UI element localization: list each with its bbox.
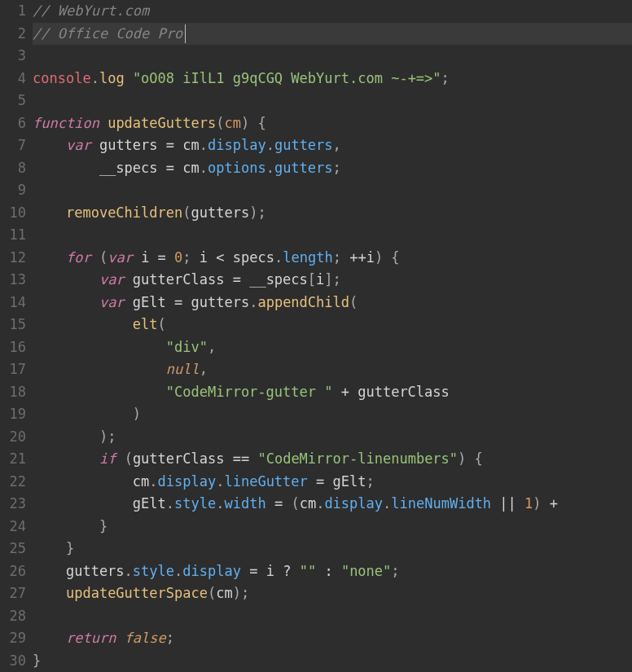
code-line[interactable]: ); <box>33 426 632 449</box>
line-number: 24 <box>0 516 26 538</box>
code-line[interactable]: function updateGutters(cm) { <box>33 112 632 135</box>
code-line[interactable]: if (gutterClass == "CodeMirror-linenumbe… <box>33 448 632 471</box>
line-number: 13 <box>0 269 26 292</box>
line-number: 21 <box>0 448 26 471</box>
line-number: 28 <box>0 605 26 628</box>
line-number: 6 <box>0 112 26 135</box>
code-line[interactable]: var gutterClass = __specs[i]; <box>33 269 632 292</box>
code-line[interactable]: __specs = cm.options.gutters; <box>33 157 632 180</box>
line-number: 27 <box>0 582 26 605</box>
line-number: 12 <box>0 247 26 270</box>
code-line[interactable]: "CodeMirror-gutter " + gutterClass <box>33 381 632 404</box>
code-line[interactable]: elt( <box>33 314 632 336</box>
code-line[interactable]: updateGutterSpace(cm); <box>33 582 632 605</box>
line-number: 26 <box>0 560 26 583</box>
line-number: 20 <box>0 426 26 449</box>
line-number: 18 <box>0 381 26 404</box>
line-number: 15 <box>0 314 26 336</box>
line-number: 1 <box>0 0 26 23</box>
line-number: 4 <box>0 68 26 90</box>
line-number: 10 <box>0 202 26 225</box>
code-line[interactable]: // Office Code Pro <box>33 23 632 46</box>
code-line[interactable] <box>33 45 632 68</box>
line-number: 14 <box>0 292 26 314</box>
code-line[interactable]: // WebYurt.com <box>33 0 632 23</box>
code-line[interactable]: gutters.style.display = i ? "" : "none"; <box>33 560 632 583</box>
code-line[interactable]: cm.display.lineGutter = gElt; <box>33 471 632 494</box>
code-line[interactable]: for (var i = 0; i < specs.length; ++i) { <box>33 247 632 270</box>
line-number: 22 <box>0 471 26 494</box>
code-line[interactable]: return false; <box>33 627 632 650</box>
code-line[interactable]: var gutters = cm.display.gutters, <box>33 134 632 157</box>
line-number: 25 <box>0 538 26 560</box>
code-line[interactable]: ) <box>33 403 632 426</box>
line-number: 3 <box>0 45 26 68</box>
code-line[interactable] <box>33 224 632 247</box>
code-line[interactable] <box>33 90 632 112</box>
line-number: 16 <box>0 336 26 359</box>
line-number-gutter: 1234567891011121314151617181920212223242… <box>0 0 33 672</box>
code-line[interactable]: null, <box>33 358 632 381</box>
code-area[interactable]: // WebYurt.com// Office Code Pro console… <box>33 0 632 672</box>
line-number: 17 <box>0 358 26 381</box>
line-number: 23 <box>0 493 26 516</box>
code-line[interactable]: } <box>33 538 632 560</box>
line-number: 29 <box>0 627 26 650</box>
code-line[interactable] <box>33 179 632 202</box>
code-line[interactable]: gElt.style.width = (cm.display.lineNumWi… <box>33 493 632 516</box>
code-editor[interactable]: 1234567891011121314151617181920212223242… <box>0 0 632 672</box>
line-number: 9 <box>0 179 26 202</box>
code-line[interactable]: } <box>33 516 632 538</box>
code-line[interactable] <box>33 605 632 628</box>
line-number: 5 <box>0 90 26 112</box>
line-number: 30 <box>0 650 26 673</box>
line-number: 19 <box>0 403 26 426</box>
code-line[interactable]: var gElt = gutters.appendChild( <box>33 292 632 314</box>
code-line[interactable]: console.log "oO08 iIlL1 g9qCGQ WebYurt.c… <box>33 68 632 90</box>
line-number: 2 <box>0 23 26 46</box>
code-line[interactable]: "div", <box>33 336 632 359</box>
code-line[interactable]: removeChildren(gutters); <box>33 202 632 225</box>
line-number: 8 <box>0 157 26 180</box>
code-line[interactable]: } <box>33 650 632 673</box>
line-number: 7 <box>0 134 26 157</box>
line-number: 11 <box>0 224 26 247</box>
